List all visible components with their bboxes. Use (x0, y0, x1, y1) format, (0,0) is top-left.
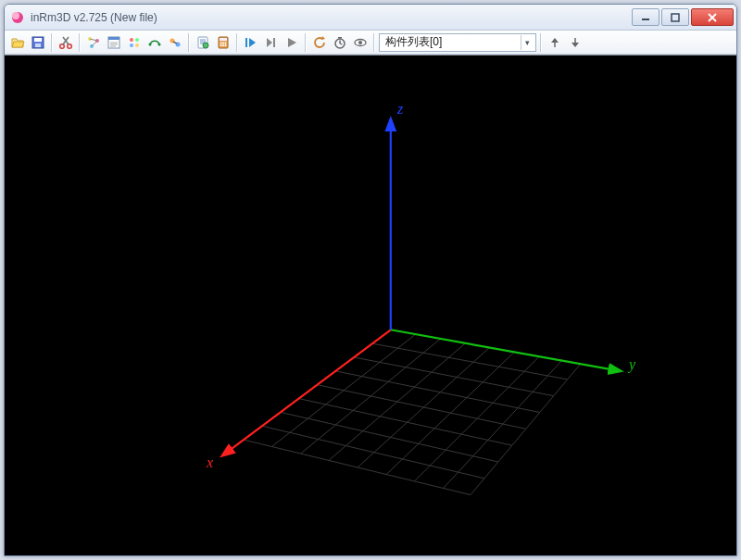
3d-viewport[interactable]: x y z (5, 55, 736, 555)
svg-marker-49 (288, 38, 296, 47)
step-icon[interactable] (262, 33, 281, 52)
svg-point-56 (358, 41, 362, 44)
svg-line-62 (372, 343, 567, 380)
svg-rect-8 (35, 44, 41, 47)
svg-point-28 (158, 43, 161, 45)
timer-icon[interactable] (331, 33, 349, 52)
svg-point-23 (130, 38, 133, 42)
svg-line-17 (92, 41, 97, 46)
toolbar-separator (79, 33, 81, 52)
window-title: inRm3D v2.725 (New file) (31, 11, 157, 24)
svg-point-26 (135, 44, 139, 47)
titlebar: inRm3D v2.725 (New file) (5, 5, 736, 31)
toolbar-separator (188, 33, 190, 52)
chevron-down-icon: ▾ (521, 35, 534, 50)
svg-marker-47 (267, 38, 272, 47)
svg-rect-7 (34, 38, 42, 42)
toolbar: 构件列表[0] ▾ (5, 31, 736, 55)
svg-rect-19 (108, 37, 119, 40)
svg-line-71 (272, 334, 416, 446)
close-button[interactable] (691, 8, 734, 26)
svg-point-42 (220, 44, 222, 46)
svg-rect-45 (245, 38, 247, 47)
refresh-icon[interactable] (310, 33, 329, 52)
svg-rect-54 (338, 37, 342, 39)
sort-down-icon[interactable] (566, 33, 584, 52)
svg-line-75 (386, 352, 515, 475)
app-icon (10, 10, 25, 25)
svg-rect-38 (220, 38, 227, 41)
svg-point-36 (203, 43, 208, 48)
svg-point-27 (149, 43, 152, 45)
svg-line-66 (299, 399, 512, 446)
svg-marker-46 (249, 38, 256, 47)
svg-point-39 (220, 42, 222, 44)
svg-marker-50 (321, 36, 325, 40)
link-icon[interactable] (166, 33, 184, 52)
svg-line-77 (443, 360, 562, 489)
svg-point-40 (222, 42, 224, 44)
svg-line-53 (340, 44, 343, 44)
toolbar-separator (540, 33, 542, 52)
svg-rect-3 (672, 14, 679, 21)
svg-point-1 (12, 12, 19, 19)
svg-point-24 (135, 38, 139, 42)
svg-rect-48 (273, 38, 275, 47)
svg-marker-60 (571, 43, 579, 47)
toolbar-separator (373, 33, 375, 52)
svg-line-63 (354, 357, 553, 396)
svg-point-41 (225, 42, 227, 44)
open-icon[interactable] (8, 33, 27, 52)
calculator-icon[interactable] (214, 33, 232, 52)
component-list-combo[interactable]: 构件列表[0] ▾ (379, 33, 536, 52)
x-axis-label: x (207, 455, 213, 470)
svg-line-76 (415, 356, 540, 481)
eye-icon[interactable] (351, 33, 370, 52)
axes-scene (5, 56, 736, 555)
svg-line-64 (335, 371, 539, 413)
svg-line-72 (301, 339, 441, 454)
toolbar-separator (305, 33, 307, 52)
svg-line-65 (318, 385, 526, 429)
tool6-icon[interactable] (145, 33, 164, 52)
svg-point-43 (222, 44, 224, 46)
svg-point-44 (225, 44, 227, 46)
svg-line-31 (173, 42, 177, 44)
combo-selected-text: 构件列表[0] (385, 34, 442, 50)
app-window: inRm3D v2.725 (New file) (4, 4, 737, 556)
svg-line-74 (358, 347, 490, 467)
svg-point-25 (130, 44, 133, 47)
tool5-icon[interactable] (125, 33, 144, 52)
window-controls (632, 8, 736, 26)
script-icon[interactable] (194, 33, 212, 52)
z-axis-label: z (397, 102, 403, 117)
nodes-icon[interactable] (84, 33, 103, 52)
play-icon[interactable] (283, 33, 301, 52)
maximize-button[interactable] (661, 8, 689, 26)
sort-up-icon[interactable] (546, 33, 564, 52)
toolbar-separator (51, 33, 53, 52)
play-start-icon[interactable] (242, 33, 260, 52)
y-axis-label: y (629, 357, 635, 372)
y-axis (391, 330, 621, 371)
svg-line-67 (281, 412, 498, 462)
properties-icon[interactable] (105, 33, 123, 52)
toolbar-separator (236, 33, 238, 52)
save-icon[interactable] (29, 33, 47, 52)
cut-icon[interactable] (57, 33, 75, 52)
minimize-button[interactable] (632, 8, 659, 26)
